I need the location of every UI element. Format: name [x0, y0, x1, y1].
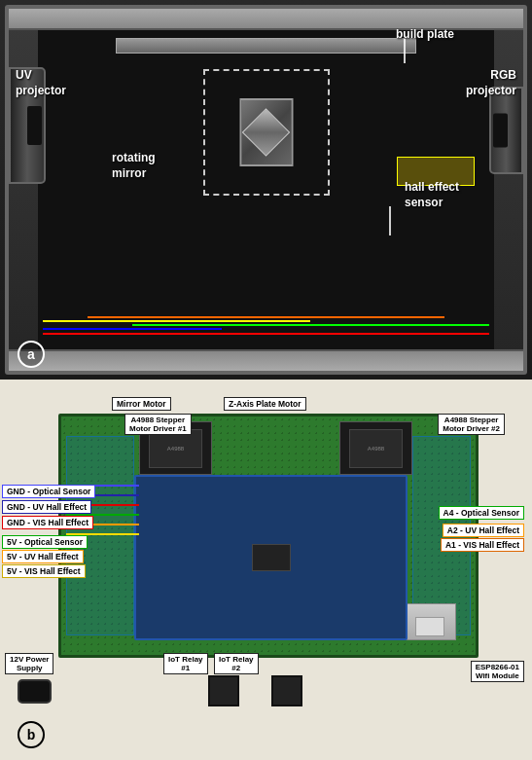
machine-photo: build plate UVprojector rotatingmirror R…: [0, 0, 532, 380]
mirror-plate: [242, 108, 290, 156]
wire-orange: [88, 316, 444, 318]
hall-effect-line: [389, 206, 391, 235]
panel-letter-b: b: [18, 721, 45, 748]
build-plate-line: [404, 39, 406, 63]
rotating-mirror-label: rotatingmirror: [112, 151, 156, 181]
wire-blue: [43, 328, 222, 330]
esp-label: ESP8266-01Wifi Module: [471, 661, 524, 682]
a1-vis-label: A1 - VIS Hall Effect: [441, 538, 524, 552]
a2-uv-label: A2 - UV Hall Effect: [443, 524, 524, 537]
panel-letter-a: a: [18, 341, 45, 368]
uv-projector-label: UVprojector: [16, 68, 66, 98]
5v-optical-label: 5V - Optical Sensor: [2, 535, 88, 549]
iot-relay-2-label: IoT Relay#2: [214, 653, 259, 674]
power-supply-element: [18, 679, 52, 704]
bottom-panel: A4988 A4988: [0, 380, 532, 760]
top-panel: build plate UVprojector rotatingmirror R…: [0, 0, 532, 380]
relay-1-element: [208, 675, 239, 706]
hall-effect-label: hall effectsensor: [405, 180, 459, 210]
mirror-motor: [239, 98, 293, 166]
z-axis-motor-label: Z-Axis Plate Motor: [224, 397, 306, 411]
rgb-projector-element: [489, 87, 523, 174]
chip-1-label: A4988: [167, 446, 184, 452]
uv-lens: [27, 106, 42, 145]
relay-2-element: [271, 675, 302, 706]
chip-2-body: A4988: [349, 429, 403, 468]
iot-relay-1-label: IoT Relay#1: [163, 653, 208, 674]
esp-module: [403, 603, 456, 640]
build-plate-element: [116, 38, 416, 54]
mirror-motor-label: Mirror Motor: [112, 397, 171, 411]
a4-optical-label: A4 - Optical Sensor: [439, 506, 524, 520]
wire-area: [43, 291, 489, 340]
main-container: build plate UVprojector rotatingmirror R…: [0, 0, 532, 760]
stepper1-label: A4988 StepperMotor Driver #1: [124, 414, 192, 435]
wire-yellow: [43, 320, 310, 322]
chip-2-label: A4988: [368, 446, 384, 452]
bottom-bar: [9, 349, 523, 371]
gnd-optical-label: GND - Optical Sensor: [2, 485, 95, 498]
gnd-uv-label: GND - UV Hall Effect: [2, 500, 91, 514]
esp-antenna: [415, 617, 444, 636]
rgb-projector-label: RGBprojector: [466, 68, 516, 98]
wire-red: [43, 333, 489, 335]
stepper2-label: A4988 StepperMotor Driver #2: [438, 414, 505, 435]
gnd-vis-label: GND - VIS Hall Effect: [2, 516, 93, 529]
wire-green: [132, 324, 489, 326]
5v-uv-label: 5V - UV Hall Effect: [2, 550, 84, 563]
5v-vis-label: 5V - VIS Hall Effect: [2, 564, 86, 578]
arduino-board: [134, 475, 408, 640]
pcb-board: A4988 A4988: [58, 414, 479, 658]
rgb-lens: [493, 114, 508, 148]
power-supply-label: 12V PowerSupply: [5, 653, 53, 674]
stepper-driver-2: A4988: [339, 421, 412, 475]
main-chip: [252, 544, 291, 571]
